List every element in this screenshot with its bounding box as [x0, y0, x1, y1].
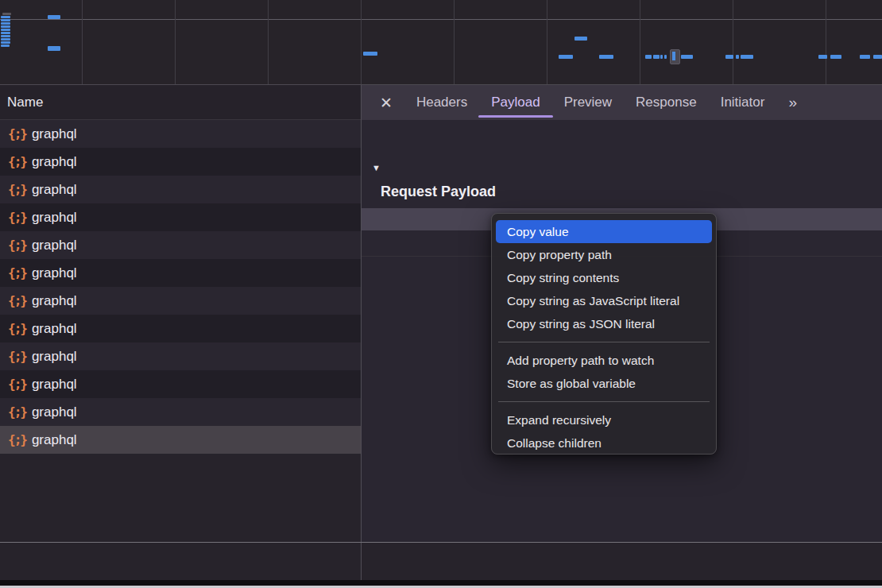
request-name: graphql	[32, 377, 77, 393]
overview-selected-marker	[670, 49, 680, 64]
name-column-header[interactable]: Name	[0, 85, 361, 120]
request-row[interactable]: {;}graphql	[0, 120, 361, 148]
tabs-holder: HeadersPayloadPreviewResponseInitiator	[416, 85, 764, 120]
json-braces-icon: {;}	[8, 210, 26, 225]
overview-selected-bar	[672, 52, 675, 60]
overview-gridline	[268, 0, 269, 84]
request-name: graphql	[32, 321, 77, 337]
overview-request-bar	[660, 55, 663, 59]
request-row[interactable]: {;}graphql	[0, 148, 361, 176]
request-name: graphql	[32, 404, 77, 420]
overview-request-bar	[1, 19, 10, 21]
request-name: graphql	[32, 238, 77, 253]
overview-request-bar	[363, 52, 377, 56]
overview-gridline	[82, 0, 83, 84]
overview-request-bar	[574, 37, 587, 41]
request-row[interactable]: {;}graphql	[0, 259, 361, 287]
request-row[interactable]: {;}graphql	[0, 203, 361, 231]
request-payload-header[interactable]: ▼ Request Payload view source	[362, 132, 882, 156]
overview-gridline	[733, 0, 733, 84]
request-row[interactable]: {;}graphql	[0, 176, 361, 203]
overview-request-bar	[599, 55, 613, 59]
overview-gridline	[547, 0, 547, 84]
overview-request-bar	[1, 29, 10, 31]
menu-item-expand-recursively[interactable]: Expand recursively	[496, 408, 712, 431]
more-tabs-icon[interactable]: »	[788, 94, 795, 111]
overview-request-bar-pending	[2, 13, 11, 15]
menu-item-copy-string-contents[interactable]: Copy string contents	[496, 266, 712, 289]
tab-preview[interactable]: Preview	[564, 85, 612, 120]
overview-request-bar	[48, 46, 60, 51]
overview-request-bar	[48, 15, 60, 19]
devtools-network-panel: Name {;}graphql{;}graphql{;}graphql{;}gr…	[0, 0, 882, 588]
overview-request-bar	[1, 16, 10, 18]
context-menu: Copy valueCopy property pathCopy string …	[491, 213, 717, 455]
overview-request-bar	[645, 55, 652, 59]
network-overview[interactable]	[0, 0, 882, 85]
overview-gridline	[361, 0, 362, 84]
request-name: graphql	[32, 126, 77, 142]
close-icon[interactable]: ✕	[380, 95, 393, 110]
request-row[interactable]: {;}graphql	[0, 370, 361, 398]
json-braces-icon: {;}	[8, 404, 26, 420]
overview-request-bar	[741, 55, 753, 59]
overview-request-bar	[830, 55, 841, 59]
request-name: graphql	[32, 293, 77, 309]
json-braces-icon: {;}	[8, 293, 26, 308]
json-braces-icon: {;}	[8, 265, 26, 280]
json-braces-icon: {;}	[8, 321, 26, 336]
request-name: graphql	[32, 210, 77, 226]
menu-item-copy-string-as-javascript-literal[interactable]: Copy string as JavaScript literal	[496, 289, 712, 312]
request-name: graphql	[32, 154, 77, 170]
overview-request-bar	[664, 55, 667, 59]
tab-headers[interactable]: Headers	[416, 85, 467, 120]
json-braces-icon: {;}	[8, 432, 26, 447]
overview-gridline	[175, 0, 176, 84]
overview-gridline	[454, 0, 455, 84]
menu-separator	[492, 335, 716, 349]
footer-separator	[0, 542, 882, 543]
overview-request-bar	[1, 38, 10, 41]
overview-request-bar	[1, 25, 10, 28]
json-braces-icon: {;}	[8, 377, 26, 392]
menu-item-copy-value[interactable]: Copy value	[496, 220, 712, 243]
json-braces-icon: {;}	[8, 126, 26, 141]
json-braces-icon: {;}	[8, 349, 26, 364]
overview-gridline	[640, 0, 640, 84]
overview-request-bar	[725, 55, 733, 59]
request-list-panel: Name {;}graphql{;}graphql{;}graphql{;}gr…	[0, 85, 361, 588]
request-row[interactable]: {;}graphql	[0, 342, 361, 370]
request-row[interactable]: {;}graphql	[0, 315, 361, 342]
request-row[interactable]: {;}graphql	[0, 426, 361, 454]
menu-item-collapse-children[interactable]: Collapse children	[496, 431, 712, 455]
request-name: graphql	[32, 265, 77, 281]
request-row[interactable]: {;}graphql	[0, 398, 361, 426]
request-name: graphql	[32, 349, 77, 365]
payload-root-row[interactable]: ▼ {operationName: "ipFlowTimeseries", va…	[362, 164, 882, 186]
menu-item-add-property-path-to-watch[interactable]: Add property path to watch	[496, 349, 712, 372]
overview-request-bar	[681, 55, 693, 59]
request-row[interactable]: {;}graphql	[0, 231, 361, 259]
request-name: graphql	[32, 432, 77, 448]
request-list: {;}graphql{;}graphql{;}graphql{;}graphql…	[0, 120, 361, 454]
detail-tab-bar: ✕ HeadersPayloadPreviewResponseInitiator…	[362, 85, 882, 120]
overview-request-bar	[1, 22, 10, 25]
overview-request-bar	[1, 32, 10, 34]
request-row[interactable]: {;}graphql	[0, 287, 361, 315]
json-braces-icon: {;}	[8, 238, 26, 253]
menu-item-copy-string-as-json-literal[interactable]: Copy string as JSON literal	[496, 312, 712, 335]
overview-request-bar	[653, 55, 660, 59]
tab-payload[interactable]: Payload	[491, 85, 540, 120]
json-braces-icon: {;}	[8, 154, 26, 169]
request-name: graphql	[32, 182, 77, 198]
menu-separator	[492, 395, 716, 408]
menu-item-copy-property-path[interactable]: Copy property path	[496, 243, 712, 266]
overview-request-bar	[1, 41, 10, 44]
operation-name-row[interactable]: operationName: "ipFlowTimeseries"	[362, 186, 882, 208]
tab-initiator[interactable]: Initiator	[721, 85, 765, 120]
overview-request-bar	[1, 44, 10, 47]
overview-request-bar	[873, 55, 882, 59]
menu-item-store-as-global-variable[interactable]: Store as global variable	[496, 372, 712, 395]
overview-request-bar	[559, 55, 573, 59]
tab-response[interactable]: Response	[636, 85, 697, 120]
